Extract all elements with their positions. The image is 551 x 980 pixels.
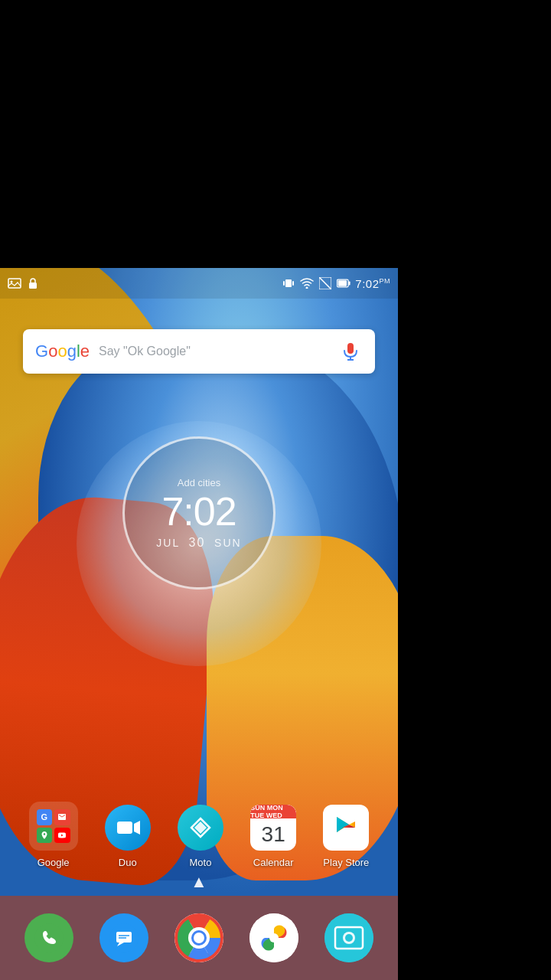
battery-icon (337, 278, 350, 289)
svg-point-31 (269, 933, 279, 942)
app-drawer-handle[interactable]: ▲ (191, 872, 207, 892)
mic-icon[interactable] (338, 339, 363, 364)
duo-icon (105, 805, 151, 851)
signal-icon (318, 278, 332, 289)
clock-date: JUL 30 SUN (156, 536, 241, 550)
app-item-google[interactable]: G Google (29, 802, 78, 868)
svg-rect-3 (285, 279, 292, 287)
playstore-icon (323, 805, 369, 851)
clock-widget[interactable]: Add cities 7:02 JUL 30 SUN (122, 436, 276, 590)
app-label-calendar: Calendar (253, 857, 294, 868)
dock-chrome[interactable] (174, 913, 223, 962)
svg-rect-12 (347, 343, 354, 354)
svg-line-8 (319, 277, 331, 289)
svg-rect-4 (283, 281, 285, 286)
dock-messages[interactable] (99, 913, 148, 962)
gallery-status-icon (8, 278, 21, 289)
lock-status-icon (26, 278, 40, 289)
svg-rect-2 (29, 283, 37, 289)
app-item-moto[interactable]: Moto (178, 805, 223, 868)
app-label-playstore: Play Store (323, 857, 369, 868)
wifi-icon (300, 278, 314, 289)
app-item-playstore[interactable]: Play Store (323, 805, 369, 868)
clock-time: 7:02 (161, 492, 236, 531)
bottom-dock (0, 896, 398, 980)
svg-point-29 (194, 933, 204, 943)
moto-icon (178, 805, 223, 851)
google-search-bar[interactable]: Google Say "Ok Google" (23, 329, 375, 374)
svg-marker-16 (134, 821, 140, 835)
add-cities-label: Add cities (178, 477, 220, 488)
google-folder-icon: G (29, 802, 78, 851)
app-label-duo: Duo (119, 857, 137, 868)
status-right-icons: 7:02PM (282, 277, 390, 290)
svg-point-35 (345, 934, 353, 942)
svg-rect-0 (8, 279, 21, 288)
svg-rect-15 (117, 822, 132, 834)
svg-point-19 (34, 923, 64, 952)
app-item-duo[interactable]: Duo (105, 805, 151, 868)
google-logo: Google (35, 341, 90, 361)
svg-rect-21 (116, 932, 132, 942)
app-item-calendar[interactable]: SUN MON TUE WED 31 Calendar (250, 805, 296, 868)
svg-point-1 (11, 281, 13, 283)
svg-rect-11 (338, 280, 347, 286)
calendar-icon: SUN MON TUE WED 31 (250, 805, 296, 851)
status-left-icons (8, 278, 40, 289)
svg-rect-5 (292, 281, 294, 286)
phone-screen: 7:02PM Google Say "Ok Google" Add cities… (0, 268, 398, 980)
search-placeholder: Say "Ok Google" (99, 345, 338, 358)
app-label-google: Google (37, 857, 70, 868)
app-label-moto: Moto (190, 857, 212, 868)
svg-point-6 (306, 287, 308, 289)
dock-photos[interactable] (249, 913, 298, 962)
app-tray: G Google (0, 789, 398, 880)
vibrate-icon (282, 278, 295, 289)
svg-rect-10 (349, 282, 350, 286)
status-time: 7:02PM (355, 277, 390, 290)
dock-phone[interactable] (24, 913, 73, 962)
status-bar: 7:02PM (0, 268, 398, 299)
dock-screenshot[interactable] (324, 913, 373, 962)
